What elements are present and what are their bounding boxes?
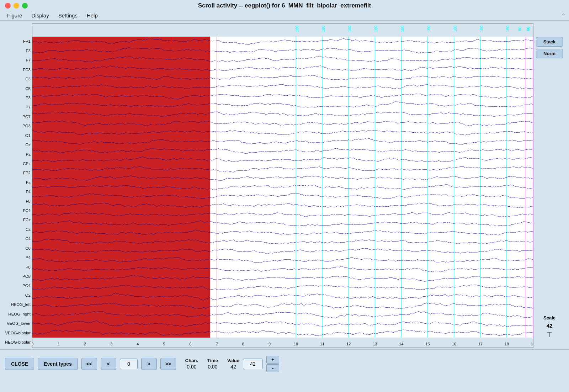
plus-button[interactable]: + [266,356,279,364]
channel-label-f3: F3 [4,49,32,53]
channel-label-c3: C3 [4,77,32,81]
next-next-button[interactable]: >> [160,358,176,370]
channel-label-fz: Fz [4,181,32,185]
prev-prev-button[interactable]: << [81,358,97,370]
chan-group: Chan. 0.00 [185,358,198,370]
channel-label-p4: P4 [4,256,32,260]
channel-label-c5: C5 [4,87,32,91]
time-tick-18: 18 [505,342,509,346]
norm-button[interactable]: Norm [536,49,563,58]
menu-figure[interactable]: Figure [4,11,26,20]
time-tick-16: 16 [452,342,456,346]
channel-label-fc3: FC3 [4,68,32,72]
time-value: 0.00 [208,364,217,370]
channel-label-o1: O1 [4,134,32,138]
title-bar: Scroll activity -- eegplot() for 6_MMN_f… [0,0,569,11]
channel-label-fc4: FC4 [4,209,32,213]
channel-label-po7: PO7 [4,115,32,119]
time-tick-2: 2 [84,342,86,346]
stack-button[interactable]: Stack [536,37,563,47]
channel-label-o2: O2 [4,293,32,298]
scale-input[interactable] [243,359,263,369]
channel-label-oz: Oz [4,143,32,147]
time-tick-1: 1 [58,342,60,346]
scale-value-display: 42 [547,323,553,329]
channel-label-cpz: CPz [4,162,32,166]
channel-label-veogbipolar: VEOG-bipolar [4,331,32,335]
menu-arrow-icon: ⌃ [562,13,565,18]
event-tick-10: 180 [295,26,299,32]
channel-label-heogbipolar: HEOG-bipolar [4,340,32,345]
eeg-plot-container[interactable]: | 180180180180180180180180180808080 0123… [32,23,533,348]
minimize-button[interactable] [14,3,19,9]
scale-icon: ⊤ [547,331,552,339]
bottom-toolbar: CLOSE Event types << < > >> Chan. 0.00 T… [0,349,569,378]
channel-label-heogleft: HEOG_left [4,303,32,307]
chan-label: Chan. [185,358,198,363]
time-tick-15: 15 [425,342,430,346]
channel-label-f4: F4 [4,190,32,194]
next-button[interactable]: > [141,358,157,370]
event-tick-18: 180 [506,26,510,32]
scale-label: Scale [543,315,555,321]
time-tick-8: 8 [242,342,244,346]
menu-display[interactable]: Display [28,11,53,20]
value-value: 42 [230,364,236,370]
time-tick-14: 14 [399,342,403,346]
channel-label-p3: P3 [4,96,32,100]
channel-label-heogright: HEOG_right [4,312,32,317]
channel-label-f7: F7 [4,58,32,63]
event-tick-12: 180 [347,26,352,32]
channel-label-cz: Cz [4,228,32,232]
event-tick-17: 180 [479,26,484,32]
right-controls: Stack Norm Scale 42 ⊤ [533,23,565,348]
time-tick-11: 11 [320,342,324,346]
time-tick-4: 4 [137,342,139,346]
event-tick-16: 180 [453,26,457,32]
channel-label-fcz: FCz [4,218,32,222]
eeg-plot [32,37,533,338]
time-label: Time [207,358,218,363]
channel-label-c4: C4 [4,237,32,241]
event-types-button[interactable]: Event types [38,358,78,370]
menu-help[interactable]: Help [83,11,101,20]
time-tick-19: 19 [531,342,533,346]
channel-label-po8: PO8 [4,275,32,279]
channel-label-fp2: FP2 [4,171,32,175]
event-tick-14: 180 [400,26,405,32]
prev-button[interactable]: < [101,358,116,370]
time-tick-7: 7 [216,342,218,346]
menu-settings[interactable]: Settings [55,11,81,20]
event-tick-15: 180 [427,26,431,32]
channel-label-fp1: FP1 [4,39,32,44]
channel-labels: FP1F3F7FC3C3C5P3P7PO7PO3O1OzPzCPzFP2FzF4… [4,23,32,348]
time-tick-9: 9 [268,342,271,346]
plus-minus-controls: + - [266,356,279,372]
window-title: Scroll activity -- eegplot() for 6_MMN_f… [198,2,371,9]
red-marker: | [171,37,172,42]
channel-label-pz: Pz [4,153,32,157]
time-tick-3: 3 [110,342,112,346]
menu-bar: Figure Display Settings Help ⌃ [0,11,569,21]
event-tick-80-18.5: 80 [518,27,522,31]
close-button[interactable] [5,3,11,9]
page-input[interactable] [120,359,138,369]
channel-label-f8: F8 [4,200,32,204]
value-label: Value [227,358,239,363]
channel-label-p7: P7 [4,105,32,110]
time-tick-13: 13 [373,342,377,346]
minus-button[interactable]: - [266,364,279,372]
main-area: FP1F3F7FC3C3C5P3P7PO7PO3O1OzPzCPzFP2FzF4… [0,21,569,349]
channel-label-c6: C6 [4,247,32,251]
time-tick-0: 0 [32,342,33,346]
maximize-button[interactable] [22,3,28,9]
time-tick-17: 17 [478,342,483,346]
event-tick-80-19.5: 80 [526,27,530,31]
close-button[interactable]: CLOSE [5,358,34,370]
channel-label-po4: PO4 [4,284,32,288]
window-controls [5,3,28,9]
value-group: Value 42 [227,358,239,370]
time-tick-10: 10 [294,342,298,346]
event-tick-11: 180 [321,26,325,32]
time-group: Time 0.00 [207,358,218,370]
